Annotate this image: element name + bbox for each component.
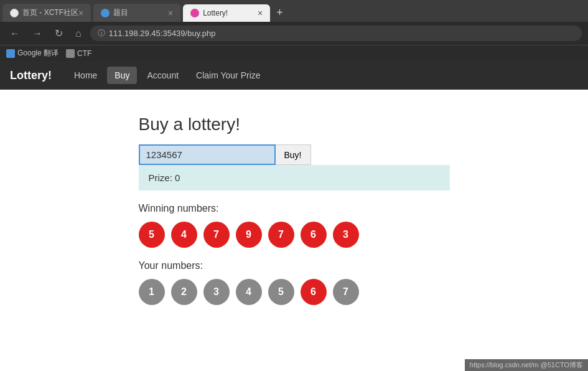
site-logo: Lottery! [10, 69, 52, 82]
your-ball-0: 1 [139, 279, 165, 305]
refresh-button[interactable]: ↻ [51, 26, 67, 40]
tab-1[interactable]: 首页 - XCTF社区 × [2, 4, 91, 22]
tab3-favicon [190, 9, 199, 17]
nav-buy[interactable]: Buy [107, 67, 137, 84]
address-bar[interactable]: ⓘ 111.198.29.45:35439/buy.php [90, 26, 582, 41]
tab2-title: 题目 [113, 7, 128, 18]
back-button[interactable]: ← [6, 27, 24, 40]
prize-box: Prize: 0 [139, 165, 450, 190]
winning-ball-1: 4 [171, 222, 197, 248]
your-label: Your numbers: [139, 260, 450, 271]
tab2-favicon [101, 9, 110, 17]
tab1-close[interactable]: × [78, 8, 83, 18]
nav-claim[interactable]: Claim Your Prize [189, 67, 268, 84]
buy-button[interactable]: Buy! [276, 144, 311, 165]
lottery-input[interactable] [139, 144, 276, 165]
bookmark-ctf-label: CTF [77, 49, 91, 58]
new-tab-button[interactable]: + [270, 4, 289, 22]
main-content: Buy a lottery! Buy! Prize: 0 Winning num… [0, 90, 588, 332]
tab-3[interactable]: Lottery! × [183, 4, 270, 22]
your-ball-1: 2 [171, 279, 197, 305]
winning-ball-0: 5 [139, 222, 165, 248]
tab-bar: 首页 - XCTF社区 × 题目 × Lottery! × + [0, 0, 588, 22]
nav-home[interactable]: Home [67, 67, 105, 84]
nav-links: Home Buy Account Claim Your Prize [67, 67, 268, 84]
lottery-form: Buy a lottery! Buy! Prize: 0 Winning num… [139, 115, 450, 308]
bookmark-google-label: Google 翻译 [17, 48, 58, 59]
your-ball-4: 5 [268, 279, 294, 305]
site-navbar: Lottery! Home Buy Account Claim Your Pri… [0, 61, 588, 90]
tab2-close[interactable]: × [168, 8, 173, 18]
lock-icon: ⓘ [98, 28, 105, 39]
nav-account[interactable]: Account [139, 67, 186, 84]
prize-text: Prize: 0 [149, 172, 180, 183]
tab-2[interactable]: 题目 × [93, 4, 180, 22]
tab1-title: 首页 - XCTF社区 [22, 7, 78, 18]
google-icon [6, 49, 15, 58]
bookmark-google[interactable]: Google 翻译 [6, 48, 58, 59]
your-ball-5: 6 [301, 279, 327, 305]
your-ball-6: 7 [333, 279, 359, 305]
winning-ball-3: 9 [236, 222, 262, 248]
address-bar-row: ← → ↻ ⌂ ⓘ 111.198.29.45:35439/buy.php [0, 22, 588, 45]
buy-row: Buy! [139, 144, 450, 165]
tab3-title: Lottery! [203, 9, 228, 17]
winning-ball-6: 3 [333, 222, 359, 248]
winning-label: Winning numbers: [139, 203, 450, 214]
your-ball-3: 4 [236, 279, 262, 305]
your-numbers-row: 1234567 [139, 279, 450, 305]
winning-ball-2: 7 [203, 222, 230, 248]
your-ball-2: 3 [203, 279, 230, 305]
winning-numbers-row: 5479763 [139, 222, 450, 248]
url-text: 111.198.29.45:35439/buy.php [109, 29, 216, 38]
winning-ball-5: 6 [301, 222, 327, 248]
home-button[interactable]: ⌂ [72, 27, 85, 40]
bookmarks-bar: Google 翻译 CTF [0, 45, 588, 61]
form-title: Buy a lottery! [139, 115, 450, 134]
tab1-favicon [10, 9, 19, 17]
forward-button[interactable]: → [29, 27, 46, 40]
bookmark-ctf[interactable]: CTF [66, 49, 91, 58]
winning-ball-4: 7 [268, 222, 294, 248]
ctf-icon [66, 49, 75, 58]
tab3-close[interactable]: × [258, 8, 263, 18]
